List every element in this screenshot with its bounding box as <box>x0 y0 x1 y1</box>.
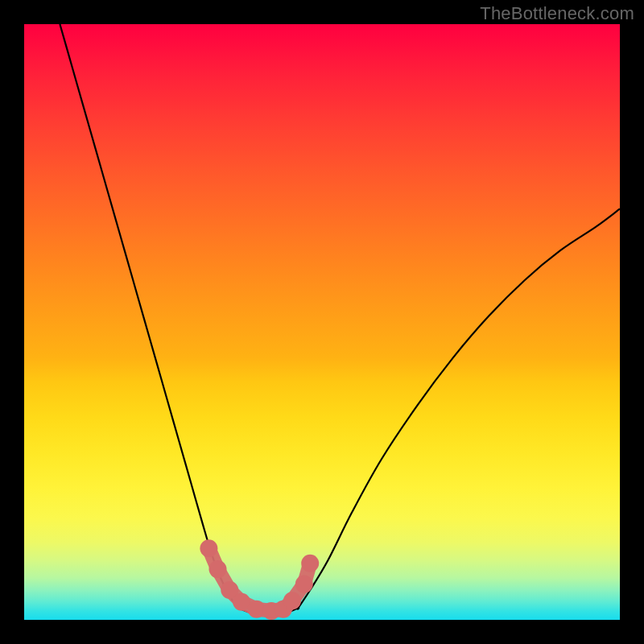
highlight-markers <box>200 539 319 620</box>
bottleneck-curve <box>60 24 620 614</box>
watermark-text: TheBottleneck.com <box>480 3 634 24</box>
plot-area <box>24 24 620 620</box>
marker-dot <box>283 592 301 609</box>
marker-dot <box>301 555 319 572</box>
marker-dot <box>209 560 227 578</box>
marker-dot <box>200 539 217 557</box>
chart-frame: TheBottleneck.com <box>0 0 644 644</box>
curve-line <box>60 24 620 614</box>
chart-svg <box>24 24 620 620</box>
marker-dot <box>248 601 266 618</box>
marker-dot <box>295 576 313 593</box>
